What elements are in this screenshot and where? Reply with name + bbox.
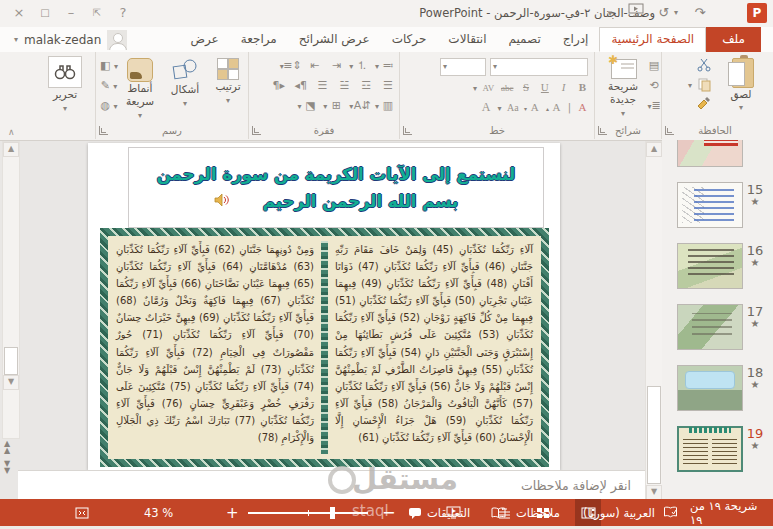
slide-title-textbox[interactable]: لنستمع إلى الآيات الكريمة من سورة الرحمن… [128,147,544,228]
copy-dropdown-icon[interactable]: ▾ [688,81,692,90]
slide-canvas[interactable]: لنستمع إلى الآيات الكريمة من سورة الرحمن… [88,143,560,470]
scroll-down-icon[interactable]: ▼ [3,375,19,390]
comments-button[interactable]: التعليقات [408,499,470,526]
arrange-button[interactable]: ترتيب ▾ [210,58,246,107]
slide-thumbnail-partial[interactable]: ★ [662,140,767,167]
tab-file[interactable]: ملف [706,27,761,52]
font-dialog-launcher[interactable] [403,126,412,135]
clipboard-dialog-launcher[interactable] [665,126,674,135]
text-shadow-button[interactable]: abc [500,80,515,96]
thumbnail-image[interactable] [677,426,743,472]
slide-thumbnail-18[interactable]: 18★ [662,365,767,411]
thumbnail-image[interactable] [677,365,743,411]
shape-fill-button[interactable]: ▾ ◧ [100,57,118,74]
close-button[interactable]: × [6,2,32,24]
slide-thumbnail-17[interactable]: 17★ [662,304,767,350]
slide-thumbnail-16[interactable]: 16★ [662,243,767,289]
new-slide-dropdown-icon[interactable]: ▾ [621,109,625,118]
thumbnail-image[interactable] [677,304,743,350]
character-spacing-dropdown-icon[interactable]: ▾ [473,84,477,93]
thumbnails-scrollbar[interactable]: ▲ ▼ [645,141,663,501]
thumb-scroll-thumb[interactable] [647,386,661,484]
zoom-out-button[interactable]: − [382,499,395,526]
user-dropdown-icon[interactable]: ▾ [14,35,18,44]
shrink-font-button[interactable]: A [527,99,542,115]
bullets-button[interactable]: ≔ [379,57,397,74]
shape-outline-button[interactable]: ▾ ✎ [100,77,118,94]
text-direction-button[interactable]: ⇵A [353,97,371,114]
tab-animations[interactable]: حركات [381,27,438,52]
columns-button[interactable]: ▥ [379,97,397,114]
smartart-button[interactable]: ⬔ [301,97,319,114]
underline-button[interactable]: U [537,79,552,95]
line-spacing-button[interactable]: ⇕≡ [284,57,302,74]
zoom-level[interactable]: 43 % [144,499,173,526]
thumb-scroll-up-icon[interactable]: ▲ [646,142,662,157]
strikethrough-button[interactable]: S [519,79,534,95]
drawing-dialog-launcher[interactable] [99,126,108,135]
notes-pane[interactable]: انقر لإضافة ملاحظات [18,470,645,500]
editing-button[interactable]: تحرير ▾ [45,56,85,115]
copy-button[interactable] [698,78,712,95]
paste-dropdown-icon[interactable]: ▾ [718,101,764,114]
numbering-button[interactable]: ⒈ [353,57,371,74]
reset-slide-button[interactable]: ⟲ [645,77,663,94]
paste-button[interactable]: لصق ▾ [718,56,764,114]
thumb-scroll-down-icon[interactable]: ▼ [646,485,662,500]
slides-dialog-launcher[interactable] [598,126,607,135]
notes-placeholder[interactable]: انقر لإضافة ملاحظات [521,478,631,493]
help-button[interactable]: ? [110,2,136,24]
align-right-button[interactable]: ☰ [379,77,397,94]
maximize-button[interactable]: □ [32,2,58,24]
zoom-slider-knob[interactable] [330,507,335,519]
tab-slideshow[interactable]: عرض الشرائح [288,27,381,52]
spellcheck-icon[interactable] [663,499,678,526]
change-case-button[interactable]: Aa [505,100,520,116]
next-slide-button[interactable]: ▼▼ [4,460,10,474]
shape-effects-button[interactable]: ▾ ◍ [100,97,118,114]
align-text-button[interactable]: ⊞ [327,97,345,114]
tab-design[interactable]: تصميم [498,27,552,52]
language-indicator[interactable]: العربية (سوريا) [583,499,655,526]
scroll-thumb[interactable] [4,347,18,375]
tab-insert[interactable]: إدراج [552,27,600,52]
undo-icon[interactable]: ↺ [653,3,675,23]
previous-slide-button[interactable]: ▲▲ [4,440,10,454]
redo-icon[interactable]: ↷ [689,3,711,23]
slide-thumbnail-19[interactable]: 19★ [662,426,767,472]
ribbon-display-options-button[interactable]: ⇱ [84,2,110,24]
new-slide-button[interactable]: ✱ شريحة جديدة ▾ [597,56,649,120]
slide-scrollbar[interactable]: ▲ ▼ [2,141,20,439]
ltr-direction-button[interactable]: ¶◂ [292,77,310,94]
change-case-dropdown-icon[interactable]: ▾ [497,104,501,113]
thumbnail-image[interactable] [677,243,743,289]
fit-to-window-button[interactable] [74,499,90,526]
bold-button[interactable]: B [575,79,590,95]
align-left-button[interactable]: ☱ [335,77,353,94]
rtl-direction-button[interactable]: ▸¶ [270,77,288,94]
cut-button[interactable] [696,58,712,75]
collapse-ribbon-icon[interactable]: ∧ [8,127,15,137]
justify-button[interactable]: ☰ [314,77,332,94]
increase-indent-button[interactable]: ⇤ [305,57,323,74]
font-color-button[interactable]: A [479,99,494,115]
customize-qat-icon[interactable]: ▾ [599,3,621,23]
quran-image[interactable]: آلَاءِ رَبِّكُمَا تُكَذِّبَانِ (45) وَلِ… [100,228,549,467]
align-center-button[interactable]: ☲ [357,77,375,94]
thumbnail-image[interactable] [677,140,743,167]
format-painter-button[interactable] [697,97,712,114]
section-button[interactable]: ≣▾ [645,97,663,114]
font-size-combobox[interactable]: ▾ [440,58,486,76]
start-from-beginning-icon[interactable] [625,3,647,23]
decrease-indent-button[interactable]: ⇥ [327,57,345,74]
font-name-combobox[interactable]: ▾ [490,58,588,76]
quick-styles-button[interactable]: أنماط سريعة ▾ [120,58,160,122]
paragraph-dialog-launcher[interactable] [252,126,261,135]
zoom-slider[interactable] [248,499,368,526]
sound-icon[interactable] [214,193,229,210]
scroll-up-icon[interactable]: ▲ [3,142,19,157]
minimize-button[interactable]: – [58,2,84,24]
italic-button[interactable]: I [556,79,571,95]
slide-number-indicator[interactable]: شريحة ١٩ من ١٩ [690,499,773,526]
notes-button[interactable]: ملاحظات [498,499,560,526]
